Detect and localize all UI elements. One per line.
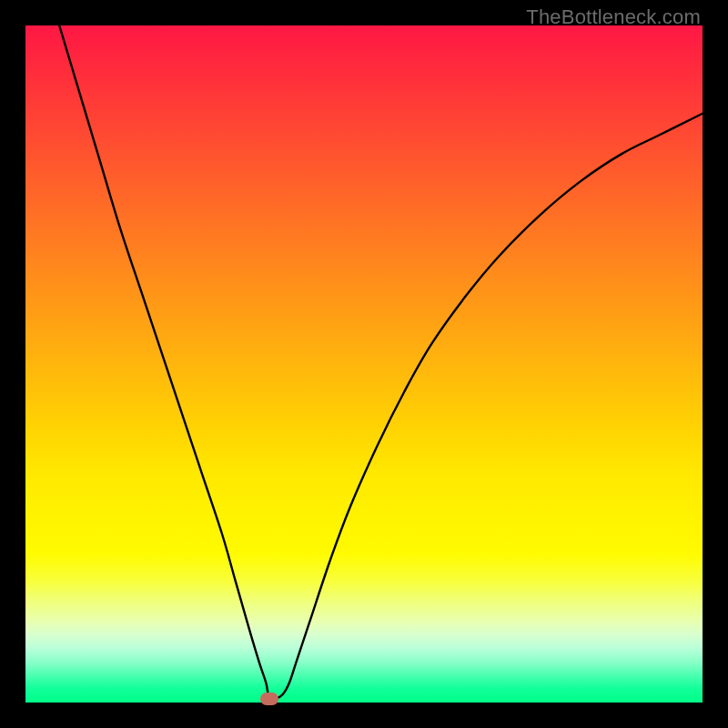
chart-frame: TheBottleneck.com [0, 0, 728, 728]
curve-svg [25, 25, 703, 703]
plot-area [25, 25, 703, 703]
curve-line [59, 25, 703, 699]
min-point-marker [260, 693, 278, 705]
